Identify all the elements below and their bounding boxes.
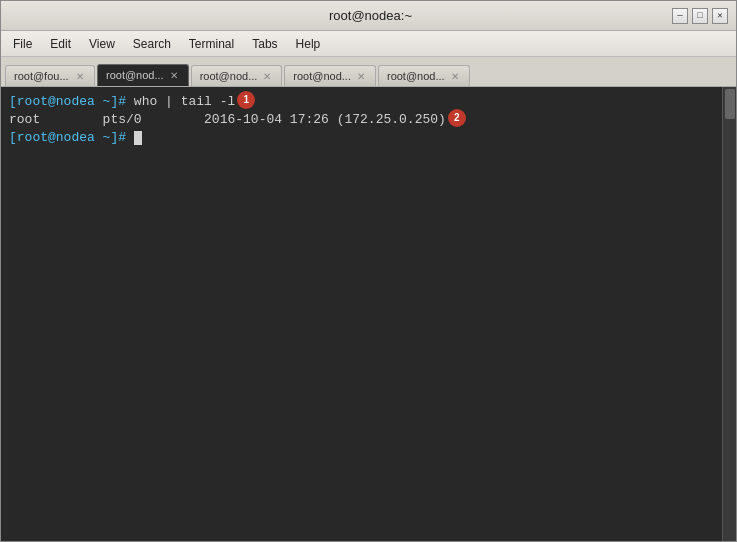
tab-3[interactable]: root@nod... ✕ xyxy=(191,65,283,86)
maximize-button[interactable]: □ xyxy=(692,8,708,24)
tab-2-close[interactable]: ✕ xyxy=(168,70,180,81)
scrollbar-thumb[interactable] xyxy=(725,89,735,119)
menu-file[interactable]: File xyxy=(5,35,40,53)
menu-view[interactable]: View xyxy=(81,35,123,53)
window-controls: — □ ✕ xyxy=(672,8,728,24)
terminal-line-3: [root@nodea ~]# xyxy=(9,129,714,147)
menu-terminal[interactable]: Terminal xyxy=(181,35,242,53)
tab-5-close[interactable]: ✕ xyxy=(449,71,461,82)
annotation-2: 2 xyxy=(448,109,466,127)
tab-4-close[interactable]: ✕ xyxy=(355,71,367,82)
prompt-1: [root@nodea ~]# xyxy=(9,93,134,111)
minimize-button[interactable]: — xyxy=(672,8,688,24)
menu-search[interactable]: Search xyxy=(125,35,179,53)
tab-4[interactable]: root@nod... ✕ xyxy=(284,65,376,86)
terminal-line-1: [root@nodea ~]# who | tail -l1 xyxy=(9,93,714,111)
tab-3-close[interactable]: ✕ xyxy=(261,71,273,82)
menu-bar: File Edit View Search Terminal Tabs Help xyxy=(1,31,736,57)
terminal-content[interactable]: [root@nodea ~]# who | tail -l1 root pts/… xyxy=(1,87,722,541)
annotation-1: 1 xyxy=(237,91,255,109)
tab-1[interactable]: root@fou... ✕ xyxy=(5,65,95,86)
terminal-cursor xyxy=(134,131,142,145)
output-1: root pts/0 2016-10-04 17:26 (172.25.0.25… xyxy=(9,111,446,129)
menu-tabs[interactable]: Tabs xyxy=(244,35,285,53)
tab-2[interactable]: root@nod... ✕ xyxy=(97,64,189,86)
menu-edit[interactable]: Edit xyxy=(42,35,79,53)
tab-4-label: root@nod... xyxy=(293,70,351,82)
tab-5-label: root@nod... xyxy=(387,70,445,82)
menu-help[interactable]: Help xyxy=(288,35,329,53)
command-1: who | tail -l xyxy=(134,93,235,111)
window-title: root@nodea:~ xyxy=(69,8,672,23)
terminal-window: root@nodea:~ — □ ✕ File Edit View Search… xyxy=(0,0,737,542)
tab-5[interactable]: root@nod... ✕ xyxy=(378,65,470,86)
tab-2-label: root@nod... xyxy=(106,69,164,81)
terminal-scroll-area: [root@nodea ~]# who | tail -l1 root pts/… xyxy=(1,87,736,541)
scrollbar[interactable] xyxy=(722,87,736,541)
close-button[interactable]: ✕ xyxy=(712,8,728,24)
tab-1-label: root@fou... xyxy=(14,70,70,82)
tab-3-label: root@nod... xyxy=(200,70,258,82)
prompt-2: [root@nodea ~]# xyxy=(9,129,134,147)
title-bar: root@nodea:~ — □ ✕ xyxy=(1,1,736,31)
tab-bar: root@fou... ✕ root@nod... ✕ root@nod... … xyxy=(1,57,736,87)
tab-1-close[interactable]: ✕ xyxy=(74,71,86,82)
terminal-line-2: root pts/0 2016-10-04 17:26 (172.25.0.25… xyxy=(9,111,714,129)
